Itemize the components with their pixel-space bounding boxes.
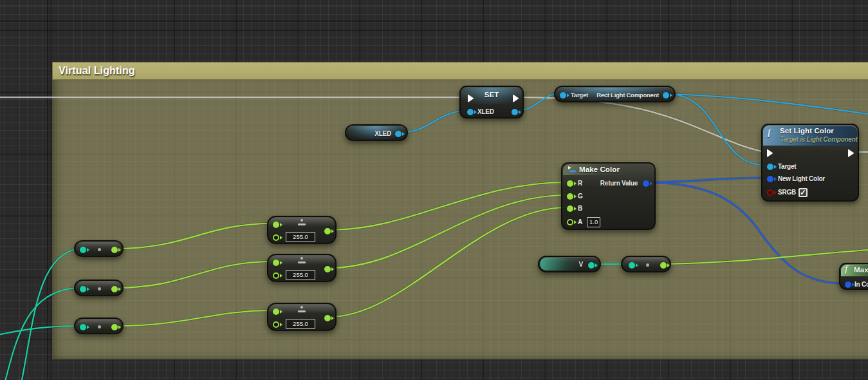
new-light-color-label: New Light Color xyxy=(778,175,825,183)
node-get-xled[interactable]: XLED xyxy=(345,124,408,141)
node-convert-1[interactable] xyxy=(74,240,124,257)
convert-dot-icon xyxy=(98,248,101,251)
make-color-r-label: R xyxy=(578,180,582,187)
v-getter-label: V xyxy=(579,261,583,269)
divide-output-pin[interactable] xyxy=(324,228,331,234)
node-set-variable[interactable]: SET XLED xyxy=(459,86,524,119)
exec-input-pin[interactable] xyxy=(767,149,773,157)
node-max[interactable]: f Max ( In Col xyxy=(839,263,868,290)
new-light-color-pin[interactable] xyxy=(767,176,773,182)
divide-b-value[interactable]: 255.0 xyxy=(286,270,315,280)
convert-input-pin[interactable] xyxy=(80,286,86,292)
rect-target-label: Target xyxy=(571,91,588,99)
target-input-pin[interactable] xyxy=(767,164,773,170)
node-make-color[interactable]: Make Color R G B A 1.0 Return Value xyxy=(561,162,656,230)
srgb-checkbox[interactable]: ✓ xyxy=(799,188,808,197)
node-convert-4[interactable] xyxy=(621,256,671,272)
convert-input-pin[interactable] xyxy=(80,324,86,330)
xled-getter-label: XLED xyxy=(374,130,391,138)
divide-input-a-pin[interactable] xyxy=(273,222,279,228)
v-getter-output-pin[interactable] xyxy=(588,262,595,269)
divide-b-value[interactable]: 255.0 xyxy=(286,232,315,242)
max-title: Max ( xyxy=(854,265,868,274)
srgb-label: SRGB xyxy=(778,189,796,196)
rect-output-label: Rect Light Component xyxy=(596,91,659,99)
xled-getter-output-pin[interactable] xyxy=(395,131,402,137)
comment-title: Virtual Lighting xyxy=(59,65,135,77)
xled-output-pin[interactable] xyxy=(512,109,518,115)
divide-input-b-pin[interactable] xyxy=(273,321,279,328)
make-color-title: Make Color xyxy=(579,165,620,174)
make-struct-icon xyxy=(568,166,577,173)
max-in-color-pin[interactable] xyxy=(845,281,851,288)
make-color-r-pin[interactable] xyxy=(567,180,573,187)
max-in-color-label: In Col xyxy=(854,281,868,289)
make-color-a-pin[interactable] xyxy=(567,219,573,225)
convert-input-pin[interactable] xyxy=(629,262,635,269)
divide-icon xyxy=(298,257,306,265)
make-color-a-label: A xyxy=(578,218,582,226)
node-rect-light-component[interactable]: Target Rect Light Component xyxy=(554,86,676,102)
convert-output-pin[interactable] xyxy=(111,286,118,292)
divide-input-b-pin[interactable] xyxy=(273,272,279,279)
divide-input-a-pin[interactable] xyxy=(273,260,279,266)
divide-output-pin[interactable] xyxy=(324,315,331,321)
make-color-g-label: G xyxy=(578,193,583,200)
divide-output-pin[interactable] xyxy=(324,266,331,272)
divide-icon xyxy=(298,306,306,314)
rect-output-pin[interactable] xyxy=(663,92,669,99)
make-color-g-pin[interactable] xyxy=(567,193,573,200)
convert-output-pin[interactable] xyxy=(111,247,118,253)
function-icon: f xyxy=(768,127,771,137)
srgb-pin[interactable] xyxy=(767,189,773,196)
node-divide-2[interactable]: 255.0 xyxy=(267,254,337,282)
convert-input-pin[interactable] xyxy=(80,247,86,253)
convert-dot-icon xyxy=(98,325,101,328)
set-light-color-subtitle: Target is Light Component xyxy=(780,136,858,144)
xled-input-pin-label: XLED xyxy=(477,108,494,116)
divide-b-value[interactable]: 255.0 xyxy=(286,319,315,329)
make-color-b-pin[interactable] xyxy=(567,205,573,212)
divide-input-b-pin[interactable] xyxy=(273,234,279,241)
make-color-a-value[interactable]: 1.0 xyxy=(587,217,600,227)
rect-target-input-pin[interactable] xyxy=(560,92,566,99)
blueprint-canvas[interactable]: Virtual Lighting SET XLED XLED Target Re… xyxy=(0,0,868,380)
xled-input-pin[interactable] xyxy=(467,109,474,115)
exec-output-pin[interactable] xyxy=(848,149,854,157)
node-convert-3[interactable] xyxy=(74,318,124,334)
node-convert-2[interactable] xyxy=(74,280,124,296)
divide-icon xyxy=(298,219,306,227)
divide-input-a-pin[interactable] xyxy=(273,309,279,315)
node-divide-1[interactable]: 255.0 xyxy=(267,216,337,244)
comment-body xyxy=(52,80,868,359)
node-get-v[interactable]: V xyxy=(538,256,601,272)
return-value-label: Return Value xyxy=(600,180,638,187)
convert-dot-icon xyxy=(646,263,649,267)
convert-output-pin[interactable] xyxy=(111,324,118,330)
node-set-light-color[interactable]: f Set Light Color Target is Light Compon… xyxy=(761,124,859,202)
function-icon: f xyxy=(845,265,848,274)
set-light-color-title: Set Light Color xyxy=(780,126,834,135)
target-label: Target xyxy=(778,163,796,171)
return-value-pin[interactable] xyxy=(643,180,649,187)
node-divide-3[interactable]: 255.0 xyxy=(267,303,337,331)
convert-dot-icon xyxy=(98,287,101,290)
make-color-b-label: B xyxy=(578,205,582,213)
comment-header[interactable]: Virtual Lighting xyxy=(52,62,868,80)
convert-output-pin[interactable] xyxy=(660,262,667,269)
